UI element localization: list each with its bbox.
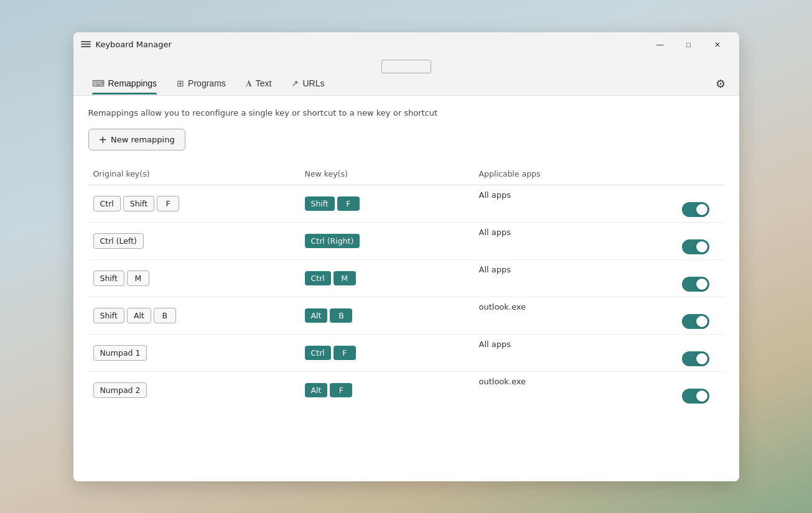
- tab-text-label: Text: [256, 78, 272, 88]
- app-name: All apps: [479, 190, 511, 200]
- main-window: Keyboard Manager — □ ✕ ⌨ Remappings ⊞ Pr…: [73, 32, 739, 481]
- urls-icon: ↗: [291, 78, 299, 88]
- table-row: Numpad 1 Ctrl F All apps: [88, 335, 724, 372]
- toggle-container: [479, 314, 719, 329]
- table-row: Numpad 2 Alt F outlook.exe: [88, 372, 724, 409]
- original-keys-cell: Shift M: [88, 266, 300, 291]
- key-badge: M: [127, 270, 149, 286]
- table-row: Shift Alt B Alt B outlook.exe: [88, 297, 724, 335]
- key-badge: Shift: [93, 308, 124, 323]
- tab-programs[interactable]: ⊞ Programs: [168, 73, 235, 95]
- app-cell: All apps: [474, 260, 724, 297]
- new-remapping-label: New remapping: [111, 135, 175, 144]
- table-row: Ctrl Shift F Shift F All apps: [88, 185, 724, 223]
- programs-icon: ⊞: [177, 78, 184, 88]
- table-row: Shift M Ctrl M All apps: [88, 260, 724, 297]
- toggle-switch[interactable]: [682, 389, 709, 404]
- toggle-container: [479, 351, 719, 366]
- key-badge: F: [337, 196, 360, 211]
- toggle-switch[interactable]: [682, 314, 709, 329]
- header-original: Original key(s): [88, 167, 300, 181]
- tab-urls-label: URLs: [302, 78, 324, 88]
- header-new: New key(s): [300, 167, 474, 181]
- new-keys-cell: Ctrl M: [300, 266, 474, 290]
- key-badge: Shift: [123, 196, 154, 211]
- title-bar: Keyboard Manager — □ ✕: [73, 32, 739, 57]
- toggle-container: [479, 389, 719, 404]
- new-keys-cell: Ctrl (Right): [300, 229, 474, 253]
- key-badge: M: [334, 271, 356, 285]
- key-badge: F: [334, 346, 356, 360]
- toolbar-area: [73, 57, 739, 73]
- app-name: All apps: [479, 265, 511, 274]
- key-badge: Numpad 1: [93, 345, 147, 361]
- original-keys-cell: Ctrl (Left): [88, 228, 300, 254]
- new-keys-cell: Shift F: [300, 192, 474, 216]
- original-keys-cell: Ctrl Shift F: [88, 191, 300, 216]
- tab-remappings[interactable]: ⌨ Remappings: [83, 73, 166, 95]
- app-icon: [81, 41, 91, 49]
- tab-remappings-label: Remappings: [108, 78, 157, 88]
- new-keys-cell: Ctrl F: [300, 341, 474, 365]
- key-badge: Alt: [127, 308, 151, 323]
- toggle-switch[interactable]: [682, 277, 709, 292]
- app-name: All apps: [479, 228, 511, 237]
- window-title: Keyboard Manager: [96, 40, 646, 49]
- remappings-icon: ⌨: [92, 78, 105, 88]
- key-badge: Ctrl: [93, 196, 121, 211]
- key-badge: Ctrl (Right): [305, 234, 360, 248]
- description-text: Remappings allow you to reconfigure a si…: [88, 108, 724, 118]
- new-remapping-button[interactable]: + New remapping: [88, 129, 185, 150]
- key-badge: F: [157, 196, 179, 211]
- toggle-switch[interactable]: [682, 239, 709, 254]
- key-badge: Ctrl (Left): [93, 233, 144, 249]
- tab-urls[interactable]: ↗ URLs: [282, 73, 333, 95]
- header-apps: Applicable apps: [474, 167, 724, 181]
- new-keys-cell: Alt F: [300, 378, 474, 402]
- app-cell: outlook.exe: [474, 297, 724, 334]
- table-header: Original key(s) New key(s) Applicable ap…: [88, 163, 724, 185]
- text-icon: 𝐀: [246, 78, 252, 89]
- close-button[interactable]: ✕: [703, 35, 732, 55]
- app-cell: All apps: [474, 335, 724, 371]
- tab-text[interactable]: 𝐀 Text: [237, 73, 281, 95]
- original-keys-cell: Numpad 2: [88, 377, 300, 403]
- new-keys-cell: Alt B: [300, 303, 474, 328]
- tab-programs-label: Programs: [188, 78, 226, 88]
- plus-icon: +: [99, 134, 107, 146]
- app-cell: All apps: [474, 185, 724, 222]
- toolbar-pill: [381, 60, 431, 73]
- key-badge: Alt: [305, 308, 328, 323]
- key-badge: B: [330, 308, 352, 323]
- toggle-container: [479, 239, 719, 254]
- maximize-button[interactable]: □: [674, 35, 703, 55]
- toggle-switch[interactable]: [682, 351, 709, 366]
- nav-tabs: ⌨ Remappings ⊞ Programs 𝐀 Text ↗ URLs ⚙: [73, 73, 739, 96]
- app-cell: outlook.exe: [474, 372, 724, 409]
- original-keys-cell: Numpad 1: [88, 340, 300, 366]
- original-keys-cell: Shift Alt B: [88, 303, 300, 328]
- app-name: All apps: [479, 340, 511, 349]
- app-cell: All apps: [474, 223, 724, 259]
- window-controls: — □ ✕: [646, 35, 732, 55]
- app-name: outlook.exe: [479, 377, 526, 386]
- toggle-container: [479, 277, 719, 292]
- toggle-switch[interactable]: [682, 202, 709, 217]
- key-badge: F: [330, 383, 352, 397]
- app-name: outlook.exe: [479, 302, 526, 312]
- key-badge: Shift: [93, 270, 124, 286]
- key-badge: B: [154, 308, 176, 323]
- key-badge: Shift: [305, 196, 335, 211]
- key-badge: Alt: [305, 383, 328, 397]
- key-badge: Ctrl: [305, 271, 331, 285]
- toggle-container: [479, 202, 719, 217]
- key-badge: Numpad 2: [93, 382, 147, 398]
- table-row: Ctrl (Left) Ctrl (Right) All apps: [88, 223, 724, 260]
- key-badge: Ctrl: [305, 346, 331, 360]
- content-area: Remappings allow you to reconfigure a si…: [73, 96, 739, 481]
- minimize-button[interactable]: —: [646, 35, 674, 55]
- settings-button[interactable]: ⚙: [712, 73, 729, 95]
